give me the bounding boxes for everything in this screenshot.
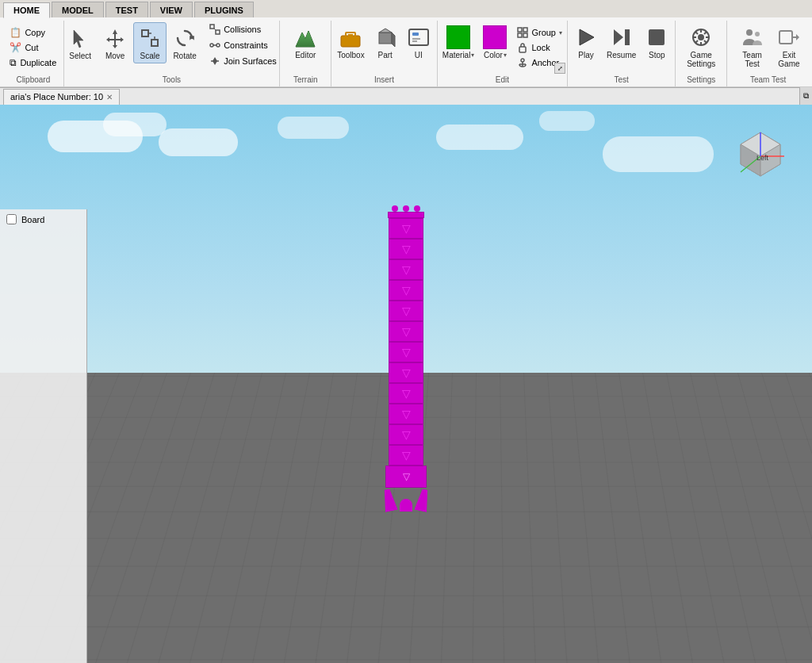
- tower-model: ▽: [381, 205, 431, 512]
- tab-plugins[interactable]: PLUGINS: [194, 2, 254, 17]
- left-panel: Board: [0, 209, 87, 663]
- tab-view[interactable]: VIEW: [150, 2, 193, 17]
- tab-close-button[interactable]: ✕: [106, 93, 113, 102]
- terrain-label: Terrain: [293, 75, 318, 84]
- group-button[interactable]: Group ▾: [514, 25, 565, 40]
- svg-rect-24: [409, 29, 428, 45]
- tower-foot-right: [414, 488, 431, 512]
- tower-seg-10: [389, 404, 423, 424]
- tower-cap: [388, 212, 424, 218]
- terrain-editor-button[interactable]: Editor: [289, 22, 321, 62]
- tab-model[interactable]: MODEL: [52, 2, 104, 17]
- svg-point-33: [521, 59, 524, 62]
- duplicate-button[interactable]: ⧉ Duplicate: [6, 56, 59, 70]
- select-label: Select: [69, 52, 91, 60]
- color-button[interactable]: Color ▾: [479, 22, 511, 62]
- toolbox-label: Toolbox: [337, 51, 364, 59]
- resume-button[interactable]: Resume: [603, 22, 639, 62]
- tab-test[interactable]: TEST: [105, 2, 148, 17]
- tower-feet: [381, 489, 431, 512]
- svg-marker-14: [213, 57, 217, 61]
- clipboard-group: 📋 Copy ✂️ Cut ⧉ Duplicate Clipboard: [3, 21, 64, 86]
- copy-button[interactable]: 📋 Copy: [6, 25, 48, 40]
- svg-point-41: [698, 34, 704, 40]
- editor-tab[interactable]: aria's Place Number: 10 ✕: [3, 89, 120, 105]
- part-icon: [373, 25, 398, 50]
- edit-expand-button[interactable]: ⤢: [554, 63, 565, 74]
- test-group: Play Resume: [568, 21, 676, 86]
- svg-rect-39: [649, 29, 665, 45]
- svg-line-47: [704, 40, 707, 43]
- select-button[interactable]: Select: [63, 22, 97, 63]
- material-dropdown-icon: ▾: [471, 52, 474, 59]
- board-checkbox[interactable]: [6, 214, 17, 224]
- constraints-button[interactable]: Constraints: [206, 38, 280, 52]
- join-surfaces-button[interactable]: Join Surfaces: [206, 54, 280, 68]
- ui-label: UI: [415, 51, 423, 59]
- svg-rect-32: [519, 47, 526, 52]
- tab-home[interactable]: HOME: [3, 2, 50, 18]
- stop-button[interactable]: Stop: [641, 22, 672, 62]
- material-button[interactable]: Material ▾: [439, 22, 478, 62]
- scale-button[interactable]: Scale: [133, 22, 167, 63]
- svg-point-10: [210, 44, 213, 47]
- resume-icon: [609, 25, 634, 50]
- cloud-6: [539, 111, 595, 131]
- tower-seg-1: [389, 218, 423, 239]
- move-icon: [102, 25, 128, 51]
- join-surfaces-icon: [209, 56, 220, 67]
- game-settings-icon: [688, 25, 714, 50]
- exit-game-icon: [776, 25, 802, 50]
- svg-rect-8: [216, 30, 220, 34]
- move-button[interactable]: Move: [98, 22, 132, 63]
- svg-rect-28: [518, 28, 522, 32]
- exit-game-button[interactable]: ExitGame: [774, 22, 804, 71]
- tower-seg-6: [389, 321, 423, 342]
- cut-icon: ✂️: [10, 42, 21, 53]
- tower-top-ornament: [392, 205, 420, 212]
- collisions-button[interactable]: Collisions: [206, 22, 280, 36]
- svg-marker-0: [74, 30, 83, 48]
- scale-icon: [137, 25, 163, 51]
- cloud-4: [278, 117, 349, 139]
- part-label: Part: [378, 51, 393, 59]
- svg-marker-37: [614, 29, 623, 45]
- clipboard-label: Clipboard: [16, 75, 50, 84]
- navigation-cube[interactable]: Left: [733, 128, 788, 184]
- tools-label: Tools: [163, 75, 181, 84]
- board-item[interactable]: Board: [3, 213, 83, 226]
- team-test-label: Team Test: [735, 51, 769, 68]
- rotate-button[interactable]: Rotate: [168, 22, 201, 63]
- svg-rect-31: [523, 33, 527, 37]
- tower-seg-9: [389, 383, 423, 404]
- svg-rect-52: [779, 31, 792, 44]
- svg-marker-36: [580, 29, 594, 45]
- color-dropdown-icon: ▾: [504, 52, 507, 59]
- play-button[interactable]: Play: [570, 22, 602, 62]
- svg-point-50: [746, 29, 753, 36]
- cloud-3: [159, 128, 238, 156]
- game-settings-button[interactable]: GameSettings: [684, 22, 718, 71]
- tower-seg-4: [389, 280, 423, 301]
- game-settings-group: GameSettings Settings: [676, 21, 727, 86]
- part-button[interactable]: Part: [370, 22, 401, 62]
- game-settings-label: GameSettings: [687, 51, 715, 68]
- resume-label: Resume: [607, 51, 636, 59]
- restore-icon: ⧉: [803, 91, 809, 101]
- ui-button[interactable]: UI: [403, 22, 435, 62]
- stop-label: Stop: [649, 51, 665, 59]
- ribbon: HOME MODEL TEST VIEW PLUGINS 📋 Copy ✂️ C…: [0, 0, 812, 88]
- ribbon-content: 📋 Copy ✂️ Cut ⧉ Duplicate Clipboard: [0, 17, 812, 87]
- test-label: Test: [615, 75, 629, 84]
- lock-button[interactable]: Lock: [514, 40, 565, 55]
- svg-marker-22: [379, 29, 392, 33]
- move-label: Move: [105, 52, 124, 60]
- svg-rect-30: [518, 33, 522, 37]
- restore-button[interactable]: ⧉: [799, 87, 812, 105]
- terrain-editor-label: Editor: [295, 51, 316, 59]
- svg-rect-21: [379, 33, 392, 44]
- team-test-button[interactable]: Team Test: [732, 22, 772, 71]
- team-test-icon: [740, 25, 765, 50]
- toolbox-button[interactable]: Toolbox: [334, 22, 367, 62]
- cut-button[interactable]: ✂️ Cut: [6, 40, 41, 55]
